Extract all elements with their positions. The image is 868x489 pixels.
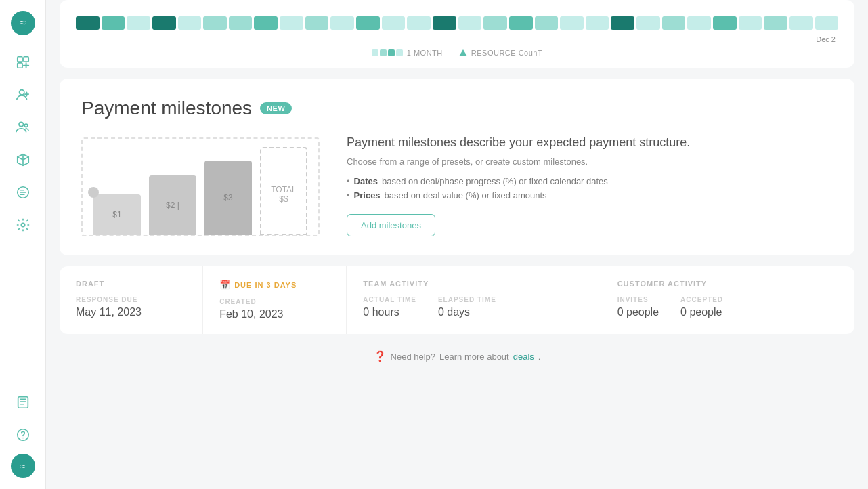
draft-header: DRAFT [76, 280, 186, 288]
legend-resource-label: RESOURCE CounT [471, 49, 542, 57]
chart-bar-28 [764, 16, 787, 30]
chart-bar-3 [127, 16, 150, 30]
team-activity-header: TEAM ACTIVITY [363, 280, 584, 288]
legend-resource[interactable]: RESOURCE CounT [459, 49, 542, 57]
accepted-label: ACCEPTED [680, 296, 723, 303]
sidebar-item-chat[interactable] [9, 179, 37, 206]
svg-text:≈: ≈ [20, 17, 26, 28]
due-cell: 📅 DUE IN 3 DAYS CREATED Feb 10, 2023 [203, 266, 347, 334]
legend-bar-4 [396, 49, 403, 56]
milestone-bar-4: TOTAL$$ [260, 147, 307, 235]
sidebar-bottom: ≈ [9, 389, 37, 478]
chart-legend: 1 MONTH RESOURCE CounT [76, 49, 838, 57]
svg-rect-10 [18, 397, 28, 408]
chart-bar-4 [152, 16, 176, 30]
response-due-value: May 11, 2023 [76, 306, 186, 318]
invites-label: INVITES [617, 296, 659, 303]
user-avatar[interactable]: ≈ [11, 454, 35, 478]
chart-bar-2 [102, 16, 125, 30]
chart-bar-30 [815, 16, 839, 30]
sidebar-item-user-admin[interactable] [9, 81, 37, 108]
elapsed-time-item: ELAPSED TIME 0 days [438, 296, 496, 318]
chart-bars [76, 11, 838, 30]
milestones-content: $1 $2 | $3 TOT [81, 135, 833, 236]
bullet-prices-text: based on deal value (%) or fixed amounts [385, 190, 547, 200]
chart-bar-7 [229, 16, 253, 30]
legend-month-label: 1 MONTH [407, 49, 443, 57]
chart-bar-6 [203, 16, 227, 30]
chart-bar-24 [662, 16, 686, 30]
sidebar-item-settings[interactable] [9, 211, 37, 238]
chart-bar-14 [407, 16, 431, 30]
chart-bar-10 [305, 16, 329, 30]
legend-bar-3 [388, 49, 395, 56]
chart-bar-21 [586, 16, 609, 30]
milestones-header: Payment milestones NEW [81, 98, 833, 119]
milestone-dot [88, 187, 99, 198]
chart-bar-13 [382, 16, 406, 30]
bullet-dates: Dates based on deal/phase progress (%) o… [347, 176, 833, 186]
milestone-bar-4-wrap: TOTAL$$ [260, 147, 307, 235]
chart-bar-16 [458, 16, 482, 30]
calendar-icon: 📅 [219, 280, 230, 290]
milestones-chart: $1 $2 | $3 TOT [81, 137, 320, 236]
bullet-dates-text: based on deal/phase progress (%) or fixe… [382, 176, 608, 186]
legend-bar-1 [372, 49, 378, 56]
info-bar: DRAFT RESPONSE DUE May 11, 2023 📅 DUE IN… [60, 266, 854, 334]
main-content: Dec 2 1 MONTH RESOURCE CounT Payment mil… [46, 0, 868, 489]
elapsed-time-label: ELAPSED TIME [438, 296, 496, 303]
bullet-dates-label: Dates [354, 176, 378, 186]
sidebar-item-help[interactable] [9, 421, 37, 448]
due-header: 📅 DUE IN 3 DAYS [219, 280, 330, 290]
chart-bar-20 [560, 16, 584, 30]
team-activity-cell: TEAM ACTIVITY ACTUAL TIME 0 hours ELAPSE… [347, 266, 601, 334]
invites-item: INVITES 0 people [617, 296, 659, 318]
milestones-section: Payment milestones NEW $1 $2 | [60, 79, 854, 255]
svg-point-5 [19, 90, 24, 95]
actual-time-value: 0 hours [363, 306, 416, 318]
legend-month-bars [372, 49, 403, 56]
svg-point-9 [21, 223, 25, 227]
chart-bar-18 [509, 16, 533, 30]
learn-text: Learn more about [439, 352, 509, 362]
milestone-bar-1: $1 [93, 194, 141, 235]
chart-bar-25 [687, 16, 711, 30]
accepted-value: 0 people [680, 306, 723, 318]
svg-point-6 [19, 122, 23, 126]
chart-section: Dec 2 1 MONTH RESOURCE CounT [60, 0, 854, 68]
legend-bar-2 [380, 49, 387, 56]
chart-bar-12 [356, 16, 380, 30]
sidebar-item-reports[interactable] [9, 389, 37, 416]
customer-activity-cell: CUSTOMER ACTIVITY INVITES 0 people ACCEP… [601, 266, 854, 334]
deals-link[interactable]: deals [513, 352, 534, 362]
help-footer: ❓ Need help? Learn more about deals . [60, 345, 854, 368]
chart-bar-29 [789, 16, 813, 30]
chart-bar-27 [739, 16, 762, 30]
bullet-prices: Prices based on deal value (%) or fixed … [347, 190, 833, 200]
milestone-bar-3-wrap: $3 [204, 161, 252, 235]
chart-bar-8 [254, 16, 278, 30]
due-label: DUE IN 3 DAYS [234, 281, 297, 289]
chart-bar-1 [76, 16, 100, 30]
invites-value: 0 people [617, 306, 659, 318]
actual-time-label: ACTUAL TIME [363, 296, 416, 303]
sidebar: ≈ [0, 0, 46, 489]
help-text: Need help? [391, 352, 436, 362]
footer-period: . [538, 352, 541, 362]
app-logo[interactable]: ≈ [11, 11, 35, 35]
draft-label: DRAFT [76, 280, 104, 288]
legend-month[interactable]: 1 MONTH [372, 49, 443, 57]
created-label: CREATED [219, 298, 330, 305]
milestone-bar-2-wrap: $2 | [149, 175, 196, 235]
team-activity-row: ACTUAL TIME 0 hours ELAPSED TIME 0 days [363, 296, 584, 318]
help-icon: ❓ [374, 350, 387, 362]
chart-bar-5 [178, 16, 202, 30]
add-milestones-button[interactable]: Add milestones [347, 214, 435, 236]
elapsed-time-value: 0 days [438, 306, 496, 318]
created-value: Feb 10, 2023 [219, 308, 330, 320]
sidebar-item-dashboard[interactable] [9, 49, 37, 76]
triangle-icon [459, 49, 467, 56]
sidebar-item-box[interactable] [9, 146, 37, 173]
svg-rect-4 [17, 63, 22, 68]
sidebar-item-team[interactable] [9, 114, 37, 141]
